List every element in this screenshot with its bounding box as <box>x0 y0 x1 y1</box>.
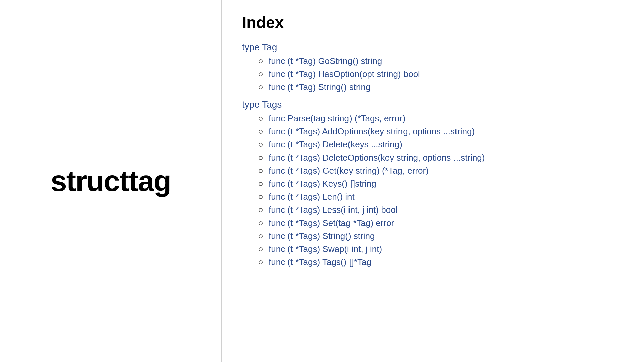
method-link[interactable]: func (t *Tags) Len() int <box>269 192 355 202</box>
index-title: Index <box>242 13 624 32</box>
list-item: func (t *Tags) Delete(keys ...string) <box>259 139 624 150</box>
bullet-icon <box>259 169 263 173</box>
type-tags-section: type Tags func Parse(tag string) (*Tags,… <box>242 99 624 267</box>
package-title: structtag <box>51 164 171 198</box>
list-item: func (t *Tags) Keys() []string <box>259 179 624 189</box>
bullet-icon <box>259 156 263 160</box>
type-tag-section: type Tag func (t *Tag) GoString() string… <box>242 42 624 93</box>
bullet-icon <box>259 208 263 212</box>
bullet-icon <box>259 59 263 63</box>
list-item: func (t *Tags) DeleteOptions(key string,… <box>259 153 624 163</box>
list-item: func (t *Tags) Len() int <box>259 192 624 202</box>
bullet-icon <box>259 117 263 121</box>
list-item: func (t *Tag) GoString() string <box>259 56 624 66</box>
method-link[interactable]: func (t *Tags) Set(tag *Tag) error <box>269 218 394 228</box>
list-item: func (t *Tag) String() string <box>259 82 624 93</box>
list-item: func (t *Tags) Get(key string) (*Tag, er… <box>259 166 624 176</box>
method-link[interactable]: func (t *Tag) HasOption(opt string) bool <box>269 69 420 79</box>
bullet-icon <box>259 247 263 251</box>
left-panel: structtag <box>0 0 221 362</box>
bullet-icon <box>259 85 263 89</box>
bullet-icon <box>259 72 263 76</box>
method-link[interactable]: func (t *Tags) Tags() []*Tag <box>269 257 371 267</box>
list-item: func (t *Tags) Swap(i int, j int) <box>259 244 624 254</box>
bullet-icon <box>259 221 263 225</box>
list-item: func (t *Tags) String() string <box>259 231 624 241</box>
list-item: func (t *Tag) HasOption(opt string) bool <box>259 69 624 79</box>
method-link[interactable]: func (t *Tags) Less(i int, j int) bool <box>269 205 397 215</box>
method-link[interactable]: func (t *Tags) Keys() []string <box>269 179 376 189</box>
list-item: func (t *Tags) AddOptions(key string, op… <box>259 126 624 137</box>
bullet-icon <box>259 130 263 134</box>
list-item: func (t *Tags) Less(i int, j int) bool <box>259 205 624 215</box>
type-tag-method-list: func (t *Tag) GoString() string func (t … <box>242 56 624 93</box>
list-item: func (t *Tags) Tags() []*Tag <box>259 257 624 267</box>
method-link[interactable]: func (t *Tags) Delete(keys ...string) <box>269 139 402 150</box>
method-link[interactable]: func (t *Tag) String() string <box>269 82 370 93</box>
type-tag-link[interactable]: type Tag <box>242 42 624 53</box>
right-panel: Index type Tag func (t *Tag) GoString() … <box>221 0 644 362</box>
bullet-icon <box>259 195 263 199</box>
list-item: func Parse(tag string) (*Tags, error) <box>259 113 624 124</box>
list-item: func (t *Tags) Set(tag *Tag) error <box>259 218 624 228</box>
bullet-icon <box>259 260 263 264</box>
method-link[interactable]: func (t *Tags) String() string <box>269 231 375 241</box>
bullet-icon <box>259 234 263 238</box>
type-tags-method-list: func Parse(tag string) (*Tags, error) fu… <box>242 113 624 267</box>
method-link[interactable]: func (t *Tag) GoString() string <box>269 56 382 66</box>
method-link[interactable]: func (t *Tags) Swap(i int, j int) <box>269 244 382 254</box>
type-tags-link[interactable]: type Tags <box>242 99 624 110</box>
bullet-icon <box>259 182 263 186</box>
bullet-icon <box>259 143 263 147</box>
method-link[interactable]: func (t *Tags) DeleteOptions(key string,… <box>269 153 485 163</box>
method-link[interactable]: func Parse(tag string) (*Tags, error) <box>269 113 405 124</box>
method-link[interactable]: func (t *Tags) AddOptions(key string, op… <box>269 126 475 137</box>
method-link[interactable]: func (t *Tags) Get(key string) (*Tag, er… <box>269 166 429 176</box>
